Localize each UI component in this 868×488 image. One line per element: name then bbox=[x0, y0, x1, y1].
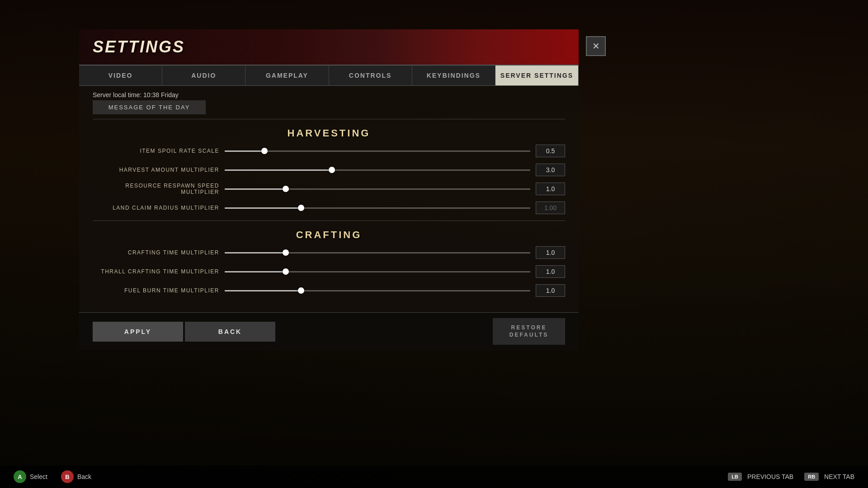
hint-back: B Back bbox=[61, 470, 91, 483]
slider-item-spoil[interactable] bbox=[225, 146, 530, 155]
label-harvest-amount: HARVEST AMOUNT MULTIPLIER bbox=[93, 167, 219, 173]
modal-body: Server local time: 10:38 Friday MESSAGE … bbox=[79, 86, 579, 350]
modal-header: SETTINGS ✕ bbox=[79, 29, 579, 66]
label-item-spoil: ITEM SPOIL RATE SCALE bbox=[93, 148, 219, 154]
tab-gameplay[interactable]: GAMEPLAY bbox=[245, 66, 329, 85]
slider-thumb[interactable] bbox=[283, 249, 289, 256]
back-button[interactable]: BACK bbox=[185, 322, 275, 342]
hint-next-tab: RB NEXT TAB bbox=[804, 473, 854, 481]
slider-fill bbox=[225, 271, 286, 272]
value-crafting-time[interactable]: 1.0 bbox=[536, 246, 565, 259]
slider-track bbox=[225, 150, 530, 152]
tab-audio[interactable]: AUDIO bbox=[162, 66, 245, 85]
slider-fill bbox=[225, 150, 264, 152]
slider-thumb[interactable] bbox=[329, 167, 335, 173]
settings-modal: SETTINGS ✕ VIDEO AUDIO GAMEPLAY CONTROLS… bbox=[79, 29, 579, 350]
harvesting-heading: HARVESTING bbox=[93, 127, 565, 139]
server-time: Server local time: 10:38 Friday bbox=[93, 91, 565, 99]
slider-fuel-burn[interactable] bbox=[225, 286, 530, 295]
setting-row-land-claim: LAND CLAIM RADIUS MULTIPLIER 1.00 bbox=[93, 202, 565, 214]
close-button[interactable]: ✕ bbox=[586, 36, 606, 56]
hint-select: A Select bbox=[14, 470, 47, 483]
slider-fill bbox=[225, 169, 332, 171]
rb-icon: RB bbox=[804, 473, 819, 481]
value-item-spoil[interactable]: 0.5 bbox=[536, 145, 565, 157]
motd-label: MESSAGE OF THE DAY bbox=[93, 100, 206, 114]
modal-title: SETTINGS bbox=[93, 38, 185, 56]
slider-harvest-amount[interactable] bbox=[225, 165, 530, 174]
controller-bar: A Select B Back LB PREVIOUS TAB RB NEXT … bbox=[0, 465, 868, 488]
slider-track bbox=[225, 290, 530, 291]
slider-thumb[interactable] bbox=[298, 205, 304, 211]
value-fuel-burn[interactable]: 1.0 bbox=[536, 284, 565, 297]
setting-row-item-spoil: ITEM SPOIL RATE SCALE 0.5 bbox=[93, 145, 565, 157]
value-thrall-crafting[interactable]: 1.0 bbox=[536, 265, 565, 278]
setting-row-crafting-time: CRAFTING TIME MULTIPLIER 1.0 bbox=[93, 246, 565, 259]
label-thrall-crafting: THRALL CRAFTING TIME MULTIPLIER bbox=[93, 268, 219, 275]
slider-resource-respawn[interactable] bbox=[225, 184, 530, 193]
tab-video[interactable]: VIDEO bbox=[79, 66, 162, 85]
label-resource-respawn: RESOURCE RESPAWN SPEED MULTIPLIER bbox=[93, 183, 219, 195]
slider-land-claim[interactable] bbox=[225, 203, 530, 212]
lb-icon: LB bbox=[728, 473, 742, 481]
slider-thumb[interactable] bbox=[283, 186, 289, 192]
slider-track bbox=[225, 207, 530, 209]
harvesting-divider bbox=[93, 119, 565, 119]
crafting-divider bbox=[93, 221, 565, 221]
setting-row-harvest-amount: HARVEST AMOUNT MULTIPLIER 3.0 bbox=[93, 164, 565, 176]
slider-thumb[interactable] bbox=[298, 287, 304, 294]
apply-button[interactable]: APPLY bbox=[93, 322, 183, 342]
value-resource-respawn[interactable]: 1.0 bbox=[536, 183, 565, 195]
crafting-heading: CRAFTING bbox=[93, 229, 565, 241]
server-info: Server local time: 10:38 Friday MESSAGE … bbox=[79, 86, 579, 114]
label-fuel-burn: FUEL BURN TIME MULTIPLIER bbox=[93, 287, 219, 294]
slider-track bbox=[225, 188, 530, 190]
value-land-claim[interactable]: 1.00 bbox=[536, 202, 565, 214]
slider-track bbox=[225, 169, 530, 171]
modal-footer: APPLY BACK RESTORE DEFAULTS bbox=[79, 312, 579, 350]
slider-thumb[interactable] bbox=[283, 268, 289, 275]
b-button-icon: B bbox=[61, 470, 74, 483]
slider-crafting-time[interactable] bbox=[225, 248, 530, 257]
a-button-icon: A bbox=[14, 470, 26, 483]
settings-content: HARVESTING ITEM SPOIL RATE SCALE 0.5 HAR… bbox=[79, 114, 579, 312]
restore-defaults-button[interactable]: RESTORE DEFAULTS bbox=[493, 318, 565, 345]
value-harvest-amount[interactable]: 3.0 bbox=[536, 164, 565, 176]
setting-row-resource-respawn: RESOURCE RESPAWN SPEED MULTIPLIER 1.0 bbox=[93, 183, 565, 195]
setting-row-fuel-burn: FUEL BURN TIME MULTIPLIER 1.0 bbox=[93, 284, 565, 297]
prev-tab-label: PREVIOUS TAB bbox=[747, 473, 793, 480]
tab-controls[interactable]: CONTROLS bbox=[329, 66, 412, 85]
slider-fill bbox=[225, 188, 286, 190]
slider-thumb[interactable] bbox=[261, 148, 268, 154]
slider-fill bbox=[225, 252, 286, 253]
slider-fill bbox=[225, 290, 301, 291]
tab-keybindings[interactable]: KEYBINDINGS bbox=[412, 66, 495, 85]
slider-thrall-crafting[interactable] bbox=[225, 267, 530, 276]
back-label: Back bbox=[77, 473, 91, 480]
setting-row-thrall-crafting: THRALL CRAFTING TIME MULTIPLIER 1.0 bbox=[93, 265, 565, 278]
tab-bar: VIDEO AUDIO GAMEPLAY CONTROLS KEYBINDING… bbox=[79, 66, 579, 86]
select-label: Select bbox=[30, 473, 47, 480]
tab-server-settings[interactable]: SERVER SETTINGS bbox=[495, 66, 579, 85]
slider-track bbox=[225, 271, 530, 272]
slider-fill bbox=[225, 207, 301, 209]
tab-hints: LB PREVIOUS TAB RB NEXT TAB bbox=[728, 473, 854, 481]
slider-track bbox=[225, 252, 530, 253]
next-tab-label: NEXT TAB bbox=[824, 473, 854, 480]
label-land-claim: LAND CLAIM RADIUS MULTIPLIER bbox=[93, 205, 219, 211]
hint-prev-tab: LB PREVIOUS TAB bbox=[728, 473, 793, 481]
label-crafting-time: CRAFTING TIME MULTIPLIER bbox=[93, 249, 219, 256]
